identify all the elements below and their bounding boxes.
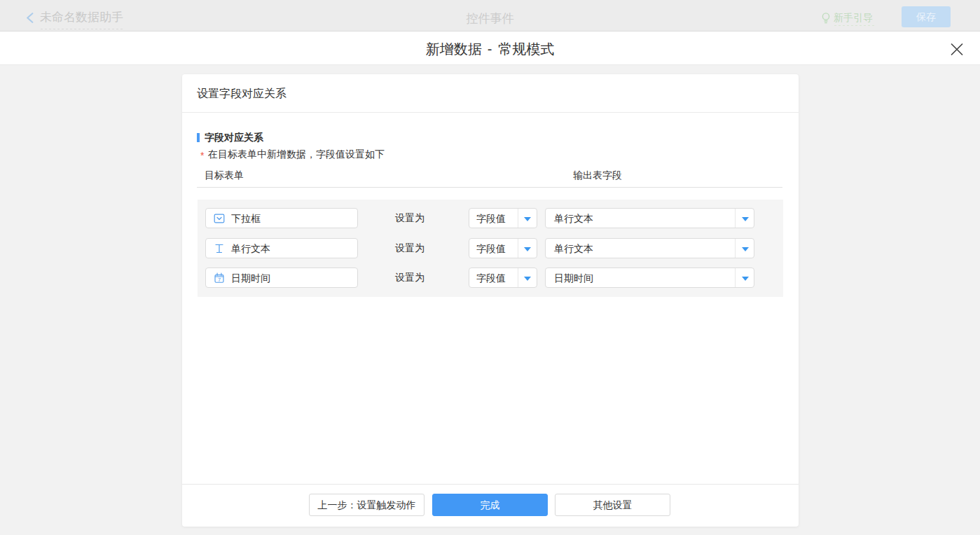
svg-text:7: 7: [218, 277, 221, 283]
